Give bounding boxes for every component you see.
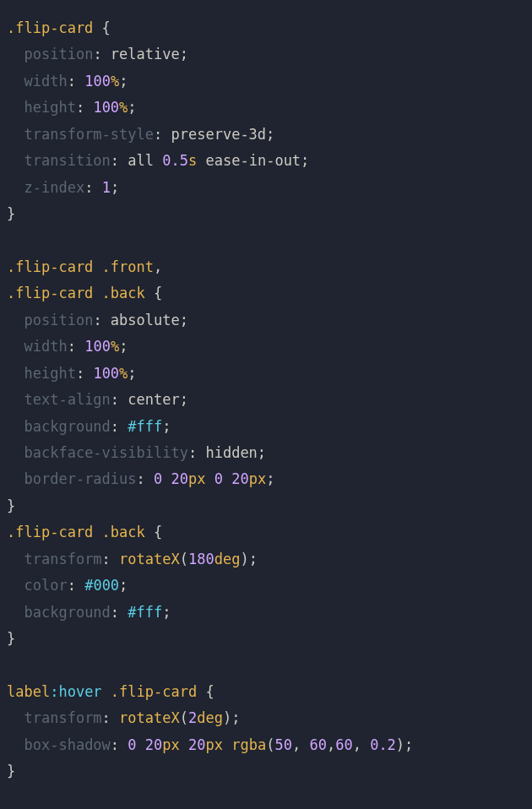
val: preserve-3d [171,126,267,143]
num: 60 [309,736,326,753]
unit: px [162,736,179,753]
prop: z-index [24,179,84,196]
pseudo: :hover [50,683,101,700]
prop: height [24,99,75,116]
unit: deg [214,551,241,567]
unit: px [188,470,205,487]
selector-part: .flip-card [102,683,198,700]
func: rotateX [119,709,180,726]
val: all [128,152,154,169]
num: 100 [93,99,119,116]
selector: .flip-card .back [7,524,145,540]
code-block: .flip-card { position: relative; width: … [7,15,525,785]
hex: #000 [84,577,119,594]
num: 20 [171,470,188,487]
prop: border-radius [24,470,136,487]
prop: position [24,312,93,328]
prop: background [24,604,110,621]
selector: .flip-card .front [7,258,154,275]
num: 100 [84,73,111,90]
num: 0 [214,470,223,487]
func: rotateX [119,551,180,567]
hex: #fff [128,604,162,621]
selector: .flip-card [7,19,93,36]
hex: #fff [128,418,162,435]
unit: s [188,152,197,169]
unit: % [119,99,128,116]
num: 50 [274,736,291,753]
unit: % [111,338,119,355]
unit: px [249,470,266,487]
unit: px [206,736,223,753]
func: rgba [231,736,266,753]
prop: transform [24,551,101,567]
num: 100 [84,338,111,355]
num: 0 [128,736,136,753]
val: center [128,391,179,408]
prop: backface-visibility [24,444,187,461]
val: relative [111,46,180,62]
prop: width [24,338,67,355]
selector: .flip-card .back [7,285,145,301]
num: 180 [188,551,214,567]
selector-part: label [7,683,50,700]
val: absolute [111,312,180,328]
num: 20 [231,470,248,487]
prop: position [24,46,93,62]
val: ease-in-out [206,152,301,169]
unit: % [111,73,119,90]
num: 0.2 [370,736,396,753]
num: 60 [335,736,352,753]
unit: deg [197,709,223,726]
num: 2 [188,709,197,726]
num: 1 [102,179,111,196]
prop: color [24,577,67,594]
prop: box-shadow [24,736,110,753]
num: 20 [145,736,162,753]
num: 20 [188,736,205,753]
prop: transition [24,152,110,169]
num: 0 [154,470,162,487]
val: hidden [205,444,257,461]
prop: transform-style [24,126,154,143]
prop: transform [24,709,101,726]
unit: % [119,365,128,382]
num: 100 [93,365,119,382]
prop: width [24,73,67,90]
num: 0.5 [162,152,188,169]
prop: height [24,365,75,382]
prop: text-align [24,391,110,408]
prop: background [24,418,110,435]
